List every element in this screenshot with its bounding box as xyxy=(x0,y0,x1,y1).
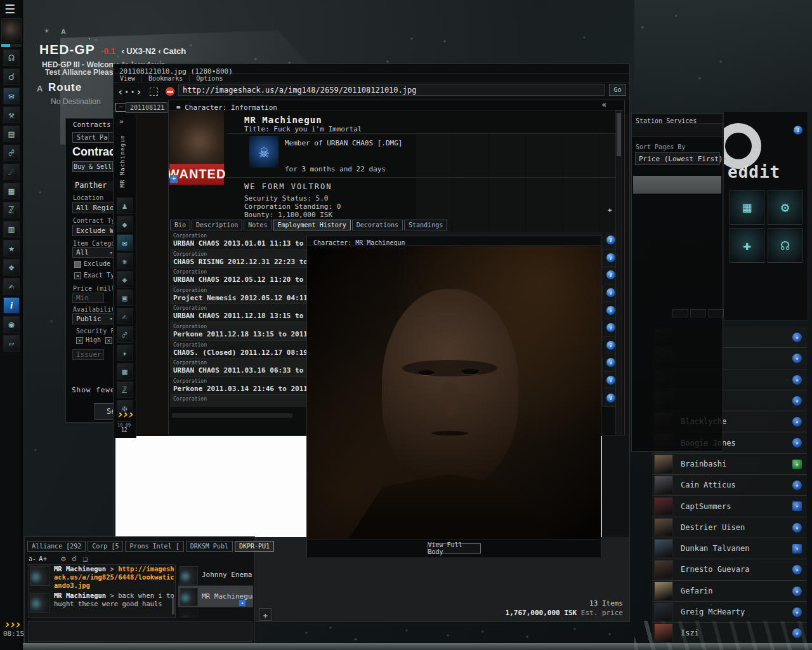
charinfo-tab[interactable]: Notes xyxy=(244,220,272,230)
strip-expand-chevrons[interactable]: ››› xyxy=(115,407,134,421)
show-info-button[interactable]: i xyxy=(606,235,615,244)
chat-message-pane[interactable]: MR Machinegun > http://imageshack.us/a/i… xyxy=(28,564,176,618)
guest-list-item[interactable]: Ernesto Guevara xyxy=(652,559,807,580)
chat-tab[interactable]: Corp [5 xyxy=(88,541,123,552)
show-info-button[interactable]: i xyxy=(606,323,615,332)
neocom-icon[interactable]: ✉ xyxy=(3,88,20,104)
guest-list-item[interactable]: Greig McHearty xyxy=(652,602,807,623)
neocom-expand-chevrons[interactable]: ››› xyxy=(3,617,22,631)
chat-author-name[interactable]: MR Machinegun xyxy=(54,565,106,573)
menu-view[interactable]: View xyxy=(114,75,142,82)
charinfo-titlebar[interactable]: ≡ Character: Information « xyxy=(169,100,624,110)
guest-list-item[interactable]: Iszi xyxy=(652,623,807,644)
price-min-input[interactable]: Min xyxy=(72,293,104,303)
chat-author-portrait[interactable] xyxy=(30,566,49,586)
add-wanted-icon[interactable]: + xyxy=(170,175,178,183)
menu-hamburger-icon[interactable]: ☰ xyxy=(4,3,18,15)
chat-tab[interactable]: Prons Intel [ xyxy=(125,541,183,552)
route-label[interactable]: Route xyxy=(48,81,82,94)
go-button[interactable]: Go xyxy=(609,84,626,96)
strip-vertical-label[interactable]: MR Machinegun xyxy=(119,135,126,187)
back-button[interactable]: ‹·· xyxy=(117,86,136,98)
station-service-tile[interactable]: ☊ xyxy=(768,228,802,263)
guest-tab[interactable] xyxy=(690,309,706,317)
neocom-icon[interactable]: ⚒ xyxy=(3,107,20,123)
charinfo-tab[interactable]: Bio xyxy=(170,220,190,230)
stop-icon[interactable] xyxy=(166,87,174,96)
font-smaller-button[interactable]: a- xyxy=(29,555,36,562)
add-contact-icon[interactable]: ✚ xyxy=(608,206,612,214)
show-info-button[interactable]: i xyxy=(606,376,615,385)
guest-list-item[interactable]: Cain Atticus xyxy=(652,475,807,496)
availability-dropdown[interactable]: Public xyxy=(72,313,117,324)
show-info-button[interactable]: i xyxy=(606,341,615,350)
guest-list-item[interactable]: CaptSummers xyxy=(652,496,807,517)
url-field[interactable]: http://imageshack.us/a/img148/2659/20110… xyxy=(178,84,605,96)
forward-button[interactable]: › xyxy=(136,86,142,98)
guest-list-item[interactable]: Gefarin xyxy=(652,581,807,602)
guest-list-item[interactable]: Brainbashi xyxy=(652,454,807,475)
location-dropdown[interactable]: All Regions xyxy=(72,202,117,213)
security-high-checkbox[interactable]: High xyxy=(76,336,101,344)
show-info-button[interactable]: i xyxy=(606,394,615,402)
collapsed-window-icon[interactable]: ▦ xyxy=(117,363,133,380)
guest-tab[interactable] xyxy=(672,309,688,317)
collapse-icon[interactable]: « xyxy=(602,100,606,109)
station-service-tile[interactable]: ⚙ xyxy=(768,190,802,225)
collapsed-window-icon[interactable]: ✉ xyxy=(117,234,133,251)
show-info-button[interactable]: i xyxy=(606,270,615,279)
chat-member-row[interactable]: ✦ xyxy=(178,607,253,618)
chat-author-portrait[interactable] xyxy=(30,593,49,613)
chat-author-name[interactable]: MR Machinegun xyxy=(54,592,106,599)
system-name[interactable]: HED-GP xyxy=(39,42,95,56)
chat-tab[interactable]: DKPR-PU1 xyxy=(235,541,274,552)
collapsed-window-icon[interactable]: ♟ xyxy=(117,197,133,214)
show-info-button[interactable]: i xyxy=(606,358,615,367)
font-bigger-button[interactable]: A+ xyxy=(39,555,47,563)
chat-member-row[interactable]: MR Machinegun ✦ xyxy=(178,586,253,607)
scrollbar-thumb[interactable] xyxy=(617,113,621,156)
collapsed-window-icon[interactable]: ◆ xyxy=(117,216,133,232)
show-info-button[interactable]: i xyxy=(606,253,615,262)
neocom-icon[interactable]: ☄ xyxy=(3,164,20,180)
charinfo-tab[interactable]: Decorations xyxy=(352,220,403,230)
strip-expander[interactable]: » xyxy=(114,114,136,126)
collapsed-window-icon[interactable]: ✍ xyxy=(117,308,133,324)
member-list-icon[interactable]: ☌ xyxy=(72,554,77,563)
collapsed-window-icon[interactable]: ◈ xyxy=(117,271,133,288)
menu-options[interactable]: Options xyxy=(190,75,229,82)
issuer-input[interactable]: Issuer xyxy=(72,349,104,360)
neocom-icon[interactable]: ☊ xyxy=(3,50,20,66)
selected-page-row[interactable] xyxy=(633,176,721,194)
menu-bookmarks[interactable]: Bookmarks xyxy=(142,75,190,82)
portrait-titlebar[interactable]: Character: MR Machinegun xyxy=(307,235,601,246)
item-category-dropdown[interactable]: All xyxy=(72,247,117,258)
gear-icon[interactable]: ⚙ xyxy=(61,554,65,563)
charinfo-scrollbar[interactable] xyxy=(615,110,622,435)
neocom-icon[interactable]: ▤ xyxy=(3,126,20,142)
collapsed-window-icon[interactable]: ☍ xyxy=(117,326,133,343)
neocom-icon[interactable]: ★ xyxy=(3,240,20,256)
chat-input-field[interactable] xyxy=(28,621,252,642)
neocom-icon[interactable]: ▱ xyxy=(3,335,20,352)
collapsed-window-icon[interactable]: ❋ xyxy=(117,253,133,269)
guest-tab[interactable] xyxy=(708,309,724,317)
neocom-icon[interactable]: ▥ xyxy=(3,221,20,237)
station-service-tile[interactable]: ✚ xyxy=(730,228,764,263)
buy-sell-button[interactable]: Buy & Sell xyxy=(72,161,113,172)
sort-pages-dropdown[interactable]: Price (Lowest First) xyxy=(635,152,720,165)
collapsed-window-icon[interactable]: ✦ xyxy=(117,345,133,361)
chat-bubble-icon[interactable]: ❑ xyxy=(83,554,88,563)
neocom-icon[interactable]: ✍ xyxy=(3,278,20,295)
chat-tab[interactable]: DRKSM Publ xyxy=(186,541,233,552)
clock[interactable]: 08:15 xyxy=(3,630,24,638)
station-info-button[interactable]: i xyxy=(794,126,802,135)
browser-titlebar[interactable]: 201108121010.jpg (1280•800) xyxy=(114,64,629,74)
show-info-button[interactable]: i xyxy=(606,288,615,297)
charinfo-tab[interactable]: Standings xyxy=(404,220,447,230)
neocom-icon[interactable]: ❖ xyxy=(3,259,20,275)
contract-type-dropdown[interactable]: Exclude Wa xyxy=(72,225,117,236)
collapsed-window-icon[interactable]: ℤ xyxy=(117,381,133,398)
station-service-tile[interactable]: ▦ xyxy=(730,190,764,225)
neocom-icon[interactable]: ◉ xyxy=(3,316,20,333)
